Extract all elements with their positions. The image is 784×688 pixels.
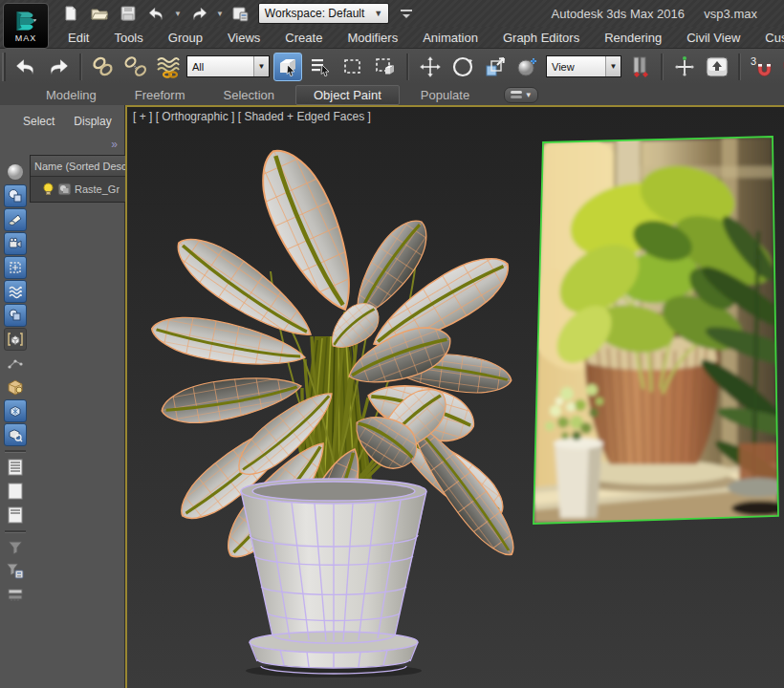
- application-menu-button[interactable]: MAX: [3, 3, 49, 49]
- select-and-place-button[interactable]: [513, 53, 542, 81]
- select-invert-button[interactable]: [4, 504, 27, 527]
- helper-icon: [8, 260, 23, 275]
- frozen-object-icon: [8, 403, 23, 419]
- filter-config-button[interactable]: [4, 560, 27, 583]
- use-pivot-point-button[interactable]: [625, 53, 654, 81]
- undo-scene-button[interactable]: [11, 53, 40, 81]
- select-none-button[interactable]: [4, 480, 27, 503]
- select-and-move-button[interactable]: [416, 53, 445, 81]
- select-object-button[interactable]: [273, 53, 302, 81]
- toolbar-overflow-button[interactable]: [395, 3, 418, 24]
- visibility-bulb-icon[interactable]: [42, 183, 54, 197]
- panel-tabs: Select Display: [0, 105, 124, 130]
- display-spacewarps-button[interactable]: [4, 280, 27, 303]
- ribbon-config-button[interactable]: ▼: [504, 87, 538, 103]
- workspace-switcher-icon: [232, 6, 249, 22]
- reference-coordinate-dropdown[interactable]: View ▼: [546, 55, 621, 77]
- keyboard-shortcut-override-button[interactable]: [703, 53, 731, 81]
- redo-scene-button[interactable]: [44, 53, 73, 81]
- display-hidden-button[interactable]: [4, 423, 27, 446]
- camera-icon: [8, 236, 23, 251]
- viewport-canvas[interactable]: [127, 107, 784, 688]
- angle-snap-button[interactable]: [780, 53, 784, 81]
- ribbon-tab-object-paint[interactable]: Object Paint: [295, 85, 400, 105]
- select-all-button[interactable]: [4, 456, 27, 479]
- 3ds-max-logo-icon: [13, 10, 38, 32]
- open-file-button[interactable]: [88, 3, 111, 24]
- menu-create[interactable]: Create: [272, 29, 335, 47]
- sort-button[interactable]: [4, 584, 27, 607]
- display-containers-button[interactable]: [4, 376, 27, 398]
- display-xrefs-button[interactable]: [4, 328, 27, 351]
- selection-region-button[interactable]: [338, 53, 367, 81]
- redo-arrow-icon: [46, 57, 71, 76]
- bind-to-space-warp-button[interactable]: [154, 53, 183, 81]
- reference-image-plane[interactable]: [506, 131, 784, 524]
- window-crossing-button[interactable]: [371, 53, 400, 81]
- ribbon-tab-selection[interactable]: Selection: [207, 86, 292, 104]
- select-and-rotate-button[interactable]: [448, 53, 477, 81]
- tab-select[interactable]: Select: [17, 113, 60, 130]
- display-geometry-button[interactable]: [4, 161, 27, 183]
- container-icon: [6, 377, 25, 397]
- redo-button[interactable]: [187, 3, 210, 24]
- display-groups-button[interactable]: [4, 304, 27, 327]
- select-none-icon: [7, 483, 24, 500]
- toolbar-drag-handle[interactable]: [2, 53, 6, 81]
- select-and-manipulate-button[interactable]: [670, 53, 699, 81]
- funnel-icon: [7, 540, 24, 555]
- display-frozen-button[interactable]: [4, 399, 27, 422]
- menu-group[interactable]: Group: [156, 29, 215, 47]
- select-and-link-button[interactable]: [89, 53, 118, 81]
- menu-views[interactable]: Views: [215, 29, 272, 47]
- explorer-name-column-header[interactable]: Name (Sorted Desce: [31, 156, 126, 177]
- display-bones-button[interactable]: [4, 352, 27, 375]
- scene-explorer-panel: Select Display »: [0, 105, 125, 688]
- menu-customize[interactable]: Customize: [752, 29, 784, 47]
- new-file-button[interactable]: [59, 3, 82, 24]
- menu-graph-editors[interactable]: Graph Editors: [490, 29, 592, 47]
- rotate-circle-icon: [450, 54, 475, 79]
- display-helpers-button[interactable]: [4, 256, 27, 279]
- open-folder-icon: [91, 6, 108, 21]
- plant-model[interactable]: [148, 139, 526, 677]
- ribbon-tab-populate[interactable]: Populate: [403, 86, 487, 104]
- unlink-selection-button[interactable]: [121, 53, 150, 81]
- filter-button[interactable]: [4, 536, 27, 559]
- save-button[interactable]: [117, 3, 140, 24]
- shapes-icon: [8, 188, 23, 204]
- menu-rendering[interactable]: Rendering: [592, 29, 674, 47]
- redo-dropdown-caret[interactable]: ▼: [216, 10, 224, 18]
- display-shapes-button[interactable]: [4, 184, 27, 207]
- display-lights-button[interactable]: [4, 208, 27, 231]
- ribbon-tab-modeling[interactable]: Modeling: [29, 86, 114, 104]
- link-chain-icon: [91, 55, 116, 78]
- panel-expand-chevron[interactable]: »: [111, 138, 117, 151]
- manipulate-crosshair-icon: [672, 54, 697, 79]
- undo-arrow-icon: [13, 57, 38, 76]
- spacewarp-waves-icon: [8, 284, 23, 299]
- plant-pot[interactable]: [241, 479, 426, 674]
- light-icon: [8, 212, 23, 227]
- ribbon-tab-freeform[interactable]: Freeform: [118, 86, 203, 104]
- menu-modifiers[interactable]: Modifiers: [335, 29, 410, 47]
- display-cameras-button[interactable]: [4, 232, 27, 255]
- viewport[interactable]: [ + ] [ Orthographic ] [ Shaded + Edged …: [125, 105, 784, 688]
- select-by-name-button[interactable]: [306, 53, 335, 81]
- selection-filter-dropdown[interactable]: All ▼: [186, 55, 270, 77]
- toolbar-separator: [738, 54, 741, 80]
- undo-button[interactable]: [145, 3, 168, 24]
- explorer-row-raste-gr[interactable]: Raste_Gr: [31, 177, 126, 202]
- group-node-icon: [57, 183, 72, 196]
- tab-display[interactable]: Display: [68, 113, 117, 130]
- select-and-scale-button[interactable]: [481, 53, 510, 81]
- snaps-toggle-button[interactable]: 3: [748, 53, 776, 81]
- undo-dropdown-caret[interactable]: ▼: [174, 10, 182, 18]
- viewport-label[interactable]: [ + ] [ Orthographic ] [ Shaded + Edged …: [133, 110, 371, 123]
- menu-animation[interactable]: Animation: [410, 29, 490, 47]
- project-workspace-button[interactable]: [229, 3, 252, 24]
- menu-tools[interactable]: Tools: [101, 29, 155, 47]
- menu-edit[interactable]: Edit: [55, 29, 101, 47]
- menu-civil-view[interactable]: Civil View: [674, 29, 752, 47]
- workspace-dropdown[interactable]: Workspace: Default ▼: [258, 3, 389, 24]
